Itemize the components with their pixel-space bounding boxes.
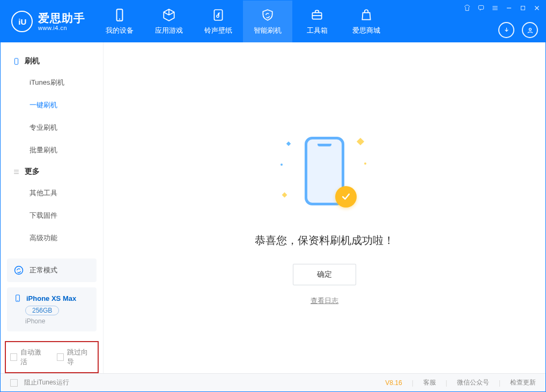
option-auto-activate[interactable]: 自动激活: [10, 347, 47, 367]
logo[interactable]: iU 爱思助手 www.i4.cn: [1, 11, 95, 32]
menu-icon[interactable]: [491, 4, 499, 12]
music-file-icon: [211, 8, 226, 23]
checkbox-icon[interactable]: [10, 353, 17, 361]
logo-text: 爱思助手 www.i4.cn: [38, 12, 85, 31]
cube-icon: [161, 8, 176, 23]
nav-label: 智能刷机: [254, 26, 282, 35]
success-illustration: [282, 131, 367, 217]
top-nav: 我的设备 应用游戏 铃声壁纸 智能刷机 工具箱 爱思商城: [95, 1, 391, 42]
app-name: 爱思助手: [38, 12, 85, 24]
svg-rect-6: [521, 6, 525, 10]
phone-icon: [112, 8, 127, 23]
header: iU 爱思助手 www.i4.cn 我的设备 应用游戏 铃声壁纸 智能刷机 工具…: [1, 1, 545, 42]
section-title: 刷机: [25, 56, 40, 66]
download-manager-button[interactable]: [498, 22, 514, 38]
sidebar-item-advanced[interactable]: 高级功能: [1, 227, 103, 249]
nav-label: 我的设备: [106, 26, 134, 35]
sidebar: 刷机 iTunes刷机 一键刷机 专业刷机 批量刷机 更多 其他工具 下载固件 …: [1, 42, 104, 373]
wechat-link[interactable]: 微信公众号: [457, 378, 489, 387]
maximize-button[interactable]: [519, 4, 527, 12]
svg-point-7: [529, 28, 531, 30]
header-right-icons: [498, 22, 538, 38]
nav-label: 铃声壁纸: [204, 26, 232, 35]
phone-icon: [13, 294, 22, 302]
device-type: iPhone: [25, 317, 90, 325]
checkbox-icon[interactable]: [57, 353, 64, 361]
window-controls: [463, 4, 541, 12]
list-icon: [12, 168, 20, 176]
nav-my-device[interactable]: 我的设备: [95, 1, 144, 42]
account-button[interactable]: [522, 22, 538, 38]
bag-icon: [359, 8, 374, 23]
success-message: 恭喜您，保资料刷机成功啦！: [255, 233, 394, 248]
statusbar: 阻止iTunes运行 V8.16 | 客服 | 微信公众号 | 检查更新: [1, 373, 545, 391]
svg-point-11: [17, 300, 18, 301]
section-title: 更多: [25, 167, 40, 176]
device-name: iPhone XS Max: [26, 294, 76, 302]
check-update-link[interactable]: 检查更新: [510, 378, 536, 387]
support-link[interactable]: 客服: [423, 378, 436, 387]
device-capacity: 256GB: [25, 306, 59, 315]
mode-label: 正常模式: [29, 265, 57, 275]
close-button[interactable]: [533, 4, 541, 12]
nav-store[interactable]: 爱思商城: [342, 1, 391, 42]
sidebar-item-other-tools[interactable]: 其他工具: [1, 182, 103, 204]
svg-text:iU: iU: [18, 17, 26, 26]
feedback-icon[interactable]: [477, 4, 485, 12]
nav-label: 爱思商城: [352, 26, 380, 35]
app-logo-icon: iU: [11, 11, 33, 32]
device-card[interactable]: iPhone XS Max 256GB iPhone: [7, 287, 97, 331]
block-itunes-label[interactable]: 阻止iTunes运行: [24, 378, 69, 387]
nav-label: 工具箱: [307, 26, 328, 35]
nav-toolbox[interactable]: 工具箱: [292, 1, 342, 42]
option-label: 跳过向导: [67, 347, 93, 367]
device-icon: [12, 57, 20, 65]
minimize-button[interactable]: [505, 4, 513, 12]
checkbox-icon[interactable]: [10, 379, 18, 387]
refresh-icon: [13, 265, 24, 276]
option-label: 自动激活: [20, 347, 47, 367]
skin-icon[interactable]: [463, 4, 471, 12]
nav-apps[interactable]: 应用游戏: [144, 1, 194, 42]
ok-button[interactable]: 确定: [293, 264, 356, 285]
sidebar-item-one-click-flash[interactable]: 一键刷机: [1, 94, 103, 116]
svg-point-9: [15, 267, 23, 275]
svg-rect-8: [14, 58, 18, 64]
sidebar-item-batch-flash[interactable]: 批量刷机: [1, 139, 103, 161]
check-badge-icon: [335, 186, 357, 208]
mode-card[interactable]: 正常模式: [7, 258, 97, 282]
option-skip-guide[interactable]: 跳过向导: [57, 347, 94, 367]
refresh-shield-icon: [260, 8, 275, 23]
toolbox-icon: [309, 8, 324, 23]
main-content: 恭喜您，保资料刷机成功啦！ 确定 查看日志: [104, 42, 545, 373]
version-label: V8.16: [385, 379, 402, 387]
flash-options-highlight: 自动激活 跳过向导: [5, 341, 99, 373]
sidebar-item-download-firmware[interactable]: 下载固件: [1, 204, 103, 227]
app-url: www.i4.cn: [38, 25, 85, 31]
nav-flash[interactable]: 智能刷机: [243, 1, 292, 42]
sidebar-item-pro-flash[interactable]: 专业刷机: [1, 116, 103, 139]
nav-label: 应用游戏: [155, 26, 183, 35]
sidebar-item-itunes-flash[interactable]: iTunes刷机: [1, 71, 103, 94]
sidebar-section-flash: 刷机: [1, 51, 103, 71]
nav-ringtone[interactable]: 铃声壁纸: [194, 1, 243, 42]
sidebar-section-more: 更多: [1, 161, 103, 182]
svg-point-2: [119, 19, 120, 20]
view-log-link[interactable]: 查看日志: [311, 296, 338, 306]
svg-rect-5: [478, 5, 483, 9]
